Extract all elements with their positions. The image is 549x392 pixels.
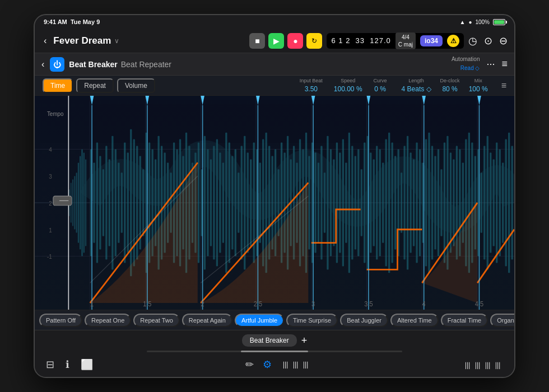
more-button[interactable]: ··· — [486, 58, 495, 70]
svg-rect-155 — [496, 143, 497, 263]
preset-repeat-one[interactable]: Repeat One — [85, 314, 131, 327]
preset-repeat-again[interactable]: Repeat Again — [182, 314, 232, 327]
battery-icon — [493, 19, 505, 25]
plugin-preset: Beat Repeater — [121, 60, 171, 69]
beat-breaker-tab: Beat Breaker + — [35, 330, 514, 351]
preset-artful-jumble[interactable]: Artful Jumble — [235, 314, 284, 327]
preset-fractal-time[interactable]: Fractal Time — [441, 314, 488, 327]
status-right: ▲ ● 100% — [459, 19, 505, 25]
param-group-left: Input Beat 3.50 Speed 100.00 % Curve 0 % — [300, 78, 387, 94]
svg-rect-78 — [259, 162, 261, 242]
automation-label: Automation Read ◇ — [452, 56, 480, 72]
svg-rect-16 — [74, 176, 75, 230]
preset-altered-time[interactable]: Altered Time — [390, 314, 439, 327]
svg-rect-32 — [118, 162, 119, 242]
svg-rect-135 — [434, 156, 436, 249]
beat-breaker-pill[interactable]: Beat Breaker — [242, 334, 297, 347]
svg-rect-109 — [355, 156, 356, 249]
svg-rect-112 — [364, 143, 365, 263]
svg-rect-99 — [324, 172, 325, 232]
svg-rect-33 — [121, 172, 123, 232]
editor-area: Time Repeat Volume Input Beat 3.50 Speed… — [35, 76, 514, 330]
svg-rect-133 — [428, 133, 430, 273]
tab-repeat[interactable]: Repeat — [76, 78, 114, 93]
tracks-icon[interactable]: ⊟ — [46, 358, 54, 371]
svg-rect-160 — [511, 146, 513, 260]
param-speed: Speed 100.00 % — [334, 78, 362, 94]
svg-rect-28 — [105, 146, 107, 260]
svg-rect-21 — [83, 152, 85, 253]
svg-text:1: 1 — [49, 227, 52, 233]
svg-rect-17 — [76, 172, 77, 232]
svg-rect-62 — [210, 159, 212, 246]
svg-rect-116 — [376, 146, 378, 260]
svg-rect-20 — [81, 150, 82, 256]
svg-rect-150 — [481, 172, 482, 232]
svg-rect-132 — [425, 139, 427, 267]
svg-text:3: 3 — [49, 174, 52, 180]
nav-back-button[interactable]: ‹ — [41, 34, 49, 48]
svg-rect-97 — [318, 162, 319, 242]
svg-rect-130 — [419, 150, 421, 256]
tab-volume[interactable]: Volume — [117, 78, 155, 93]
loop-button[interactable]: ↻ — [306, 33, 322, 49]
settings-icon[interactable]: ⚙ — [263, 358, 272, 371]
svg-rect-104 — [339, 152, 341, 253]
svg-rect-157 — [502, 162, 504, 242]
param-input-beat: Input Beat 3.50 — [300, 78, 323, 94]
svg-rect-134 — [431, 146, 433, 260]
clock-icon[interactable]: ◷ — [468, 35, 477, 47]
record-button[interactable]: ● — [287, 33, 303, 49]
svg-rect-24 — [93, 162, 95, 242]
bottom-right-icon: ⫼⫼⫼⫼ — [463, 358, 503, 371]
info-icon[interactable]: ℹ — [66, 358, 69, 371]
plugin-power-button[interactable]: ⏻ — [50, 57, 64, 72]
browser-icon[interactable]: ⬜ — [81, 358, 93, 371]
plugin-bar: ‹ ⏻ Beat Breaker Beat Repeater Automatio… — [35, 53, 514, 76]
svg-rect-100 — [327, 136, 328, 270]
plugin-back-button[interactable]: ‹ — [41, 59, 44, 69]
position-display: 6 1 2 33 127.0 4/4 C maj io34 ⚠ — [327, 33, 464, 49]
svg-rect-119 — [385, 139, 387, 267]
transport-controls: ■ ▶ ● ↻ — [249, 33, 322, 49]
svg-rect-127 — [410, 152, 411, 253]
minus-icon[interactable]: ⊖ — [499, 35, 508, 47]
play-button[interactable]: ▶ — [268, 33, 284, 49]
svg-rect-151 — [483, 146, 485, 260]
stop-button[interactable]: ■ — [249, 33, 265, 49]
pencil-icon[interactable]: ✏ — [245, 358, 254, 371]
svg-rect-22 — [85, 159, 86, 246]
add-plugin-button[interactable]: + — [301, 335, 308, 347]
param-curve: Curve 0 % — [374, 78, 387, 94]
svg-text:2.5: 2.5 — [254, 301, 262, 307]
mixer-icon[interactable]: ⫼⫼⫼ — [281, 359, 311, 371]
svg-rect-94 — [308, 156, 310, 249]
svg-rect-152 — [487, 136, 488, 270]
wifi-icon: ▲ — [459, 19, 465, 25]
svg-rect-74 — [247, 152, 249, 253]
menu-lines-icon[interactable]: ≡ — [501, 58, 508, 70]
preset-beat-juggler[interactable]: Beat Juggler — [340, 314, 388, 327]
svg-rect-63 — [213, 146, 215, 260]
title-chevron-icon[interactable]: ∨ — [114, 37, 119, 45]
history-icon[interactable]: ⊙ — [484, 35, 492, 47]
preset-repeat-two[interactable]: Repeat Two — [133, 314, 180, 327]
keyboard-icon[interactable]: ⫼⫼⫼⫼ — [463, 360, 503, 371]
svg-rect-101 — [330, 150, 332, 256]
svg-rect-67 — [225, 133, 227, 273]
param-mix: Mix 100 % — [469, 78, 488, 94]
preset-time-surprise[interactable]: Time Surprise — [286, 314, 338, 327]
waveform-container[interactable]: Tempo — [35, 96, 514, 310]
svg-text:Tempo: Tempo — [47, 110, 64, 116]
preset-pattern-off[interactable]: Pattern Off — [39, 314, 82, 327]
tab-time[interactable]: Time — [43, 78, 73, 93]
param-menu-icon[interactable]: ≡ — [501, 81, 506, 91]
position-number: 6 1 2 33 127.0 — [331, 36, 390, 45]
svg-rect-121 — [392, 143, 393, 263]
preset-organized-chaos[interactable]: Organized Chaos — [490, 314, 514, 327]
svg-text:-1: -1 — [47, 254, 52, 260]
svg-rect-120 — [388, 133, 390, 273]
svg-rect-61 — [207, 150, 208, 256]
param-group-right: Length 4 Beats ◇ De-clock 80 % Mix 100 %… — [402, 78, 506, 94]
svg-text:2: 2 — [201, 301, 204, 307]
